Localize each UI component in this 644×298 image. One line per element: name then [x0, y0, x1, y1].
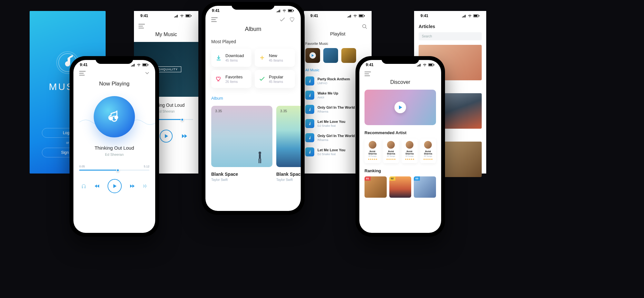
svg-rect-6	[143, 64, 147, 66]
status-bar: 9:41	[414, 11, 486, 21]
status-time: 9:41	[366, 63, 374, 67]
album-artist: Taylor Swift	[211, 178, 272, 182]
svg-point-23	[259, 152, 261, 154]
phone-album: 9:41 Album Most Played Download45 Ite	[202, 2, 305, 215]
album-cover: 3.35	[211, 106, 272, 167]
phone-discover: 9:41 Discover Recommended Artist Rohit S…	[355, 56, 445, 237]
heart-icon[interactable]	[290, 17, 295, 22]
svg-rect-12	[364, 15, 365, 16]
svg-point-8	[109, 116, 113, 120]
menu-icon[interactable]	[211, 17, 218, 22]
popular-card[interactable]: Popular45 Iteams	[255, 70, 295, 88]
time-total: 5.12	[144, 165, 149, 168]
ranking-label: Ranking	[365, 168, 436, 173]
menu-icon[interactable]	[365, 72, 371, 76]
rank-card[interactable]: 03	[414, 176, 436, 198]
duration: 3.35	[280, 109, 287, 113]
svg-rect-15	[474, 15, 478, 17]
or-label: or	[66, 141, 69, 144]
music-note-icon	[305, 147, 314, 156]
status-bar: 9:41	[134, 11, 198, 21]
status-time: 9:41	[310, 14, 318, 18]
album-section-label: Album	[211, 96, 295, 101]
page-title: Album	[211, 26, 295, 33]
new-card[interactable]: New45 Iteams	[255, 49, 295, 67]
controls	[79, 179, 149, 193]
album-cover: 3.35	[276, 106, 301, 167]
play-button[interactable]	[108, 179, 122, 193]
status-icons	[131, 63, 149, 66]
check-icon[interactable]	[279, 17, 285, 22]
thumb[interactable]	[323, 48, 338, 63]
album-disc	[94, 96, 135, 137]
headphones-icon[interactable]	[81, 184, 86, 189]
search-icon[interactable]	[362, 24, 367, 29]
next-icon[interactable]	[182, 134, 187, 138]
status-time: 9:41	[421, 14, 428, 18]
rank-card[interactable]: 02	[389, 176, 412, 198]
status-time: 9:41	[80, 63, 88, 67]
status-time: 9:41	[212, 8, 220, 13]
svg-point-13	[363, 25, 366, 28]
most-played-label: Most Played	[211, 39, 295, 44]
artist-card[interactable]: Rohit Sharma40 Songs★★★★★	[420, 138, 436, 163]
album-card[interactable]: 3.35 Blank Space Taylor Swift	[211, 106, 272, 182]
svg-rect-21	[289, 10, 292, 12]
equalizer-icon[interactable]	[143, 184, 147, 188]
music-note-icon	[305, 91, 314, 100]
favorite-label: Favorite Music	[304, 40, 372, 48]
thumb[interactable]	[341, 48, 356, 63]
page-title: Now Playing	[79, 81, 149, 87]
svg-rect-7	[148, 64, 148, 65]
thumb[interactable]	[305, 48, 320, 63]
progress[interactable]: 0.055.12	[79, 165, 149, 171]
menu-icon[interactable]	[138, 24, 145, 28]
svg-rect-3	[186, 15, 190, 17]
status-icons	[276, 9, 294, 12]
page-title: Discover	[365, 79, 436, 85]
svg-rect-4	[191, 15, 192, 16]
album-artist: Taylor Swift	[276, 178, 301, 182]
album-card[interactable]: 3.35 Blank Space Taylor Swift	[276, 106, 301, 182]
artist-card[interactable]: Rohit Sharma40 Songs★★★★★	[383, 138, 399, 163]
artist-card[interactable]: Rohit Sharma40 Songs★★★★★	[402, 138, 418, 163]
status-icons	[462, 14, 480, 17]
duration: 3.35	[215, 109, 222, 113]
svg-rect-24	[259, 154, 261, 159]
song-title: Thinking Out Loud	[79, 145, 149, 151]
plus-icon	[259, 55, 266, 60]
favorites-card[interactable]: Favorites26 Items	[211, 70, 251, 88]
page-title: Articles	[419, 21, 482, 32]
music-note-icon	[305, 133, 314, 142]
time-current: 0.05	[79, 165, 85, 168]
status-bar: 9:41	[304, 11, 372, 21]
svg-rect-25	[259, 159, 260, 163]
phone-now-playing: 9:41 Now Playing Thinking Out Loud Ed Sh…	[70, 56, 159, 237]
status-icons	[347, 14, 365, 17]
svg-rect-16	[479, 15, 479, 16]
album-title: Blank Space	[276, 172, 301, 177]
status-icons	[417, 63, 435, 66]
chevron-down-icon[interactable]	[145, 72, 149, 75]
music-note-icon	[305, 119, 314, 128]
play-button[interactable]	[394, 102, 406, 113]
search-input[interactable]: Search	[419, 32, 482, 40]
artist-card[interactable]: Rohit Sharma40 Songs★★★★★	[365, 138, 381, 163]
svg-rect-19	[434, 64, 434, 65]
artist-list: Rohit Sharma40 Songs★★★★★ Rohit Sharma40…	[365, 138, 436, 163]
page-title: Playlist	[304, 29, 372, 40]
svg-rect-22	[293, 10, 294, 11]
play-button[interactable]	[160, 130, 173, 143]
prev-icon[interactable]	[94, 184, 99, 188]
menu-icon[interactable]	[79, 71, 86, 75]
next-icon[interactable]	[130, 184, 135, 188]
check-icon	[259, 77, 266, 81]
download-card[interactable]: Download45 Items	[211, 49, 251, 67]
song-artist: Ed Sheeran	[79, 153, 149, 156]
rank-card[interactable]: 01	[365, 176, 387, 198]
svg-rect-18	[429, 64, 432, 66]
svg-rect-11	[359, 15, 363, 17]
hero-card[interactable]	[365, 90, 436, 125]
ranking-list: 01 02 03	[365, 176, 436, 198]
svg-point-9	[114, 115, 118, 119]
